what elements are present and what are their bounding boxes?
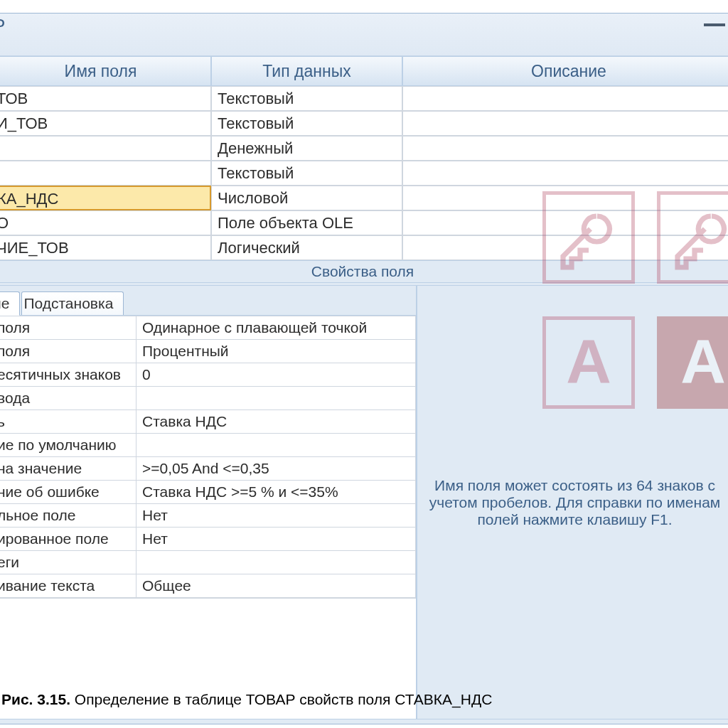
property-row[interactable]: на значение>=0,05 And <=0,35 [0, 457, 416, 481]
figure-number: Рис. 3.15. [1, 691, 70, 707]
table-row[interactable]: И_ТОВТекстовый [0, 111, 728, 136]
header-description[interactable]: Описание [402, 56, 728, 86]
tabs: ие Подстановка [0, 286, 416, 316]
properties-area: ие Подстановка поляОдинарное с плавающей… [0, 283, 728, 724]
grid-body: ТОВТекстовыйИ_ТОВТекстовыйДенежныйТексто… [0, 86, 728, 260]
property-value[interactable]: Ставка НДС [136, 410, 416, 434]
property-row[interactable]: ьСтавка НДС [0, 410, 416, 434]
property-name: льное поле [0, 504, 136, 528]
property-name: поля [0, 340, 136, 363]
property-row[interactable]: поляОдинарное с плавающей точкой [0, 316, 416, 340]
property-name: ь [0, 410, 136, 434]
property-name: на значение [0, 457, 136, 481]
cell-name[interactable]: КА_НДС [0, 186, 211, 210]
table-row[interactable]: Денежный [0, 136, 728, 161]
cell-name[interactable]: ЧИЕ_ТОВ [0, 235, 211, 260]
property-name: еги [0, 551, 136, 574]
cell-desc[interactable] [402, 161, 728, 186]
cell-type[interactable]: Логический [211, 235, 402, 260]
cell-desc[interactable] [402, 186, 728, 210]
property-name: ие по умолчанию [0, 434, 136, 457]
property-name: ированное поле [0, 528, 136, 551]
cell-name[interactable]: И_ТОВ [0, 111, 211, 136]
property-name: есятичных знаков [0, 363, 136, 387]
window-title: Р [0, 15, 5, 37]
grid-header-row: Имя поля Тип данных Описание [0, 56, 728, 86]
property-value[interactable]: >=0,05 And <=0,35 [136, 457, 416, 481]
property-value[interactable]: Общее [136, 574, 416, 598]
cell-type[interactable]: Текстовый [211, 161, 402, 186]
cell-desc[interactable] [402, 210, 728, 235]
field-properties-separator: Свойства поля [0, 260, 728, 283]
property-row[interactable]: ние об ошибкеСтавка НДС >=5 % и <=35% [0, 481, 416, 504]
property-row[interactable]: есятичных знаков0 [0, 363, 416, 387]
property-row[interactable]: вода [0, 387, 416, 410]
figure-caption: Рис. 3.15. Определение в таблице ТОВАР с… [0, 688, 728, 709]
cell-desc[interactable] [402, 136, 728, 161]
table-row[interactable]: Текстовый [0, 161, 728, 186]
design-window: Р Имя поля Тип данных Описание ТОВТексто… [0, 13, 728, 724]
cell-type[interactable]: Текстовый [211, 111, 402, 136]
property-name: ивание текста [0, 574, 136, 598]
cell-name[interactable]: ТОВ [0, 86, 211, 111]
cell-desc[interactable] [402, 111, 728, 136]
cell-type[interactable]: Текстовый [211, 86, 402, 111]
property-value[interactable]: 0 [136, 363, 416, 387]
property-value[interactable] [136, 551, 416, 574]
property-row[interactable]: ивание текстаОбщее [0, 574, 416, 598]
hint-text: Имя поля может состоять из 64 знаков с у… [426, 477, 724, 528]
properties-pane: ие Подстановка поляОдинарное с плавающей… [0, 285, 417, 719]
cell-desc[interactable] [402, 86, 728, 111]
property-row[interactable]: еги [0, 551, 416, 574]
property-name: ние об ошибке [0, 481, 136, 504]
table-row[interactable]: КА_НДСЧисловой [0, 186, 728, 210]
cell-type[interactable]: Поле объекта OLE [211, 210, 402, 235]
property-value[interactable]: Нет [136, 504, 416, 528]
property-value[interactable] [136, 387, 416, 410]
property-row[interactable]: льное полеНет [0, 504, 416, 528]
property-name: поля [0, 316, 136, 340]
tab-general[interactable]: ие [0, 291, 20, 316]
property-name: вода [0, 387, 136, 410]
tab-lookup[interactable]: Подстановка [21, 291, 124, 315]
property-row[interactable]: ированное полеНет [0, 528, 416, 551]
table-row[interactable]: ТОВТекстовый [0, 86, 728, 111]
header-field-name[interactable]: Имя поля [0, 56, 211, 86]
cell-type[interactable]: Денежный [211, 136, 402, 161]
titlebar: Р [0, 14, 728, 56]
cell-type[interactable]: Числовой [211, 186, 402, 210]
table-row[interactable]: ОПоле объекта OLE [0, 210, 728, 235]
property-value[interactable]: Процентный [136, 340, 416, 363]
minimize-button[interactable] [704, 23, 725, 26]
figure-text: Определение в таблице ТОВАР свойств поля… [70, 691, 492, 707]
property-value[interactable]: Ставка НДС >=5 % и <=35% [136, 481, 416, 504]
properties-table: поляОдинарное с плавающей точкойполяПроц… [0, 316, 416, 598]
header-data-type[interactable]: Тип данных [211, 56, 402, 86]
cell-desc[interactable] [402, 235, 728, 260]
property-value[interactable]: Нет [136, 528, 416, 551]
property-row[interactable]: поляПроцентный [0, 340, 416, 363]
property-value[interactable] [136, 434, 416, 457]
property-value[interactable]: Одинарное с плавающей точкой [136, 316, 416, 340]
cell-name[interactable]: О [0, 210, 211, 235]
hint-pane: Имя поля может состоять из 64 знаков с у… [417, 285, 728, 719]
cell-name[interactable] [0, 161, 211, 186]
property-row[interactable]: ие по умолчанию [0, 434, 416, 457]
table-row[interactable]: ЧИЕ_ТОВЛогический [0, 235, 728, 260]
cell-name[interactable] [0, 136, 211, 161]
